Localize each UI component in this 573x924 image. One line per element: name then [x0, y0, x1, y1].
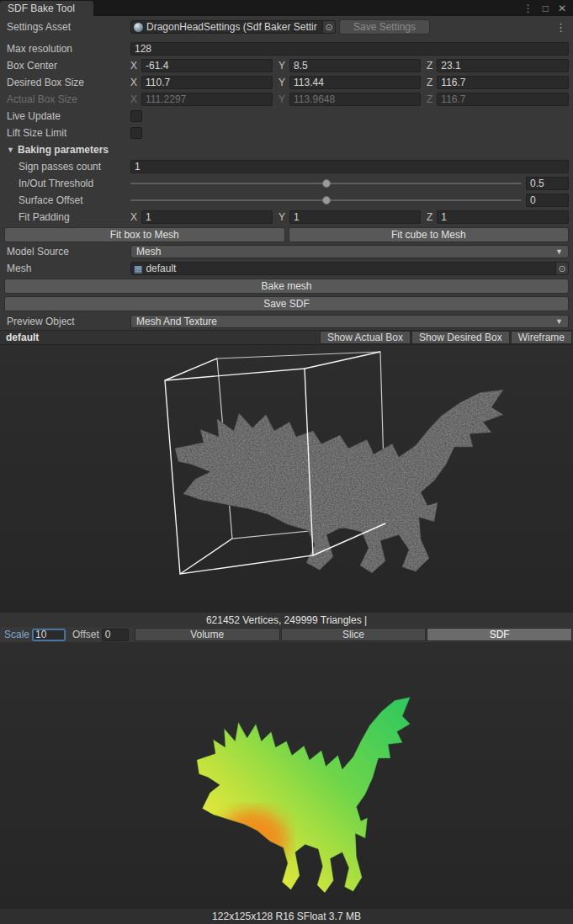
- fit-box-to-mesh-button[interactable]: Fit box to Mesh: [4, 227, 285, 242]
- mesh-field[interactable]: ▦ default ⊙: [130, 262, 569, 275]
- dropdown-arrow-icon: ▼: [555, 247, 563, 256]
- desired-box-size-x-input[interactable]: 110.7: [141, 76, 273, 89]
- preview-object-name: default: [6, 332, 39, 343]
- sdf-preview-svg: [0, 642, 573, 909]
- lift-size-limit-row: Lift Size Limit: [0, 125, 573, 141]
- preview-toolbar: default Show Actual Box Show Desired Box…: [0, 330, 573, 345]
- box-center-x-input[interactable]: -61.4: [141, 59, 273, 72]
- axis-z-label: Z: [427, 60, 432, 72]
- max-resolution-input[interactable]: 128: [130, 42, 569, 56]
- box-center-z-input[interactable]: 23.1: [437, 59, 569, 72]
- close-icon[interactable]: ✕: [558, 3, 566, 14]
- axis-y-label: Y: [279, 211, 285, 223]
- mesh-label: Mesh: [7, 263, 130, 274]
- surface-offset-input[interactable]: 0: [526, 194, 569, 207]
- axis-x-label: X: [130, 211, 137, 223]
- sdf-bake-tool-window: SDF Bake Tool ⋮ □ ✕ Settings Asset Drago…: [0, 0, 573, 924]
- settings-asset-icon: [134, 23, 143, 32]
- surface-offset-slider[interactable]: [130, 194, 522, 207]
- window-menu-icon[interactable]: ⋮: [523, 3, 533, 14]
- sdf-view-toolbar: Scale 10 Offset 0 Volume Slice SDF: [0, 627, 573, 642]
- sign-passes-count-input[interactable]: 1: [130, 160, 569, 173]
- preview-object-value: Mesh And Texture: [136, 316, 217, 327]
- model-source-value: Mesh: [136, 246, 161, 258]
- fit-buttons-row: Fit box to Mesh Fit cube to Mesh: [0, 226, 573, 243]
- slider-thumb[interactable]: [322, 196, 331, 204]
- window-controls: ⋮ □ ✕: [523, 0, 573, 16]
- save-sdf-row: Save SDF: [0, 295, 573, 312]
- baking-parameters-foldout[interactable]: ▼ Baking parameters: [0, 141, 573, 158]
- live-update-row: Live Update: [0, 108, 573, 125]
- box-center-label: Box Center: [7, 60, 130, 72]
- sign-passes-count-label: Sign passes count: [7, 161, 130, 173]
- settings-asset-label: Settings Asset: [7, 21, 130, 33]
- settings-asset-field[interactable]: DragonHeadSettings (Sdf Baker Settir ⊙: [130, 20, 336, 34]
- axis-z-label: Z: [427, 211, 432, 223]
- in-out-threshold-slider[interactable]: [130, 177, 522, 190]
- show-desired-box-button[interactable]: Show Desired Box: [411, 331, 510, 344]
- sdf-stats-bar: 122x125x128 R16 SFloat 3.7 MB: [0, 909, 573, 924]
- in-out-threshold-label: In/Out Threshold: [7, 178, 130, 189]
- save-sdf-button[interactable]: Save SDF: [4, 296, 569, 311]
- scale-input[interactable]: 10: [32, 629, 66, 641]
- mesh-preview-canvas[interactable]: [0, 345, 573, 613]
- axis-y-label: Y: [279, 77, 285, 88]
- fit-cube-to-mesh-button[interactable]: Fit cube to Mesh: [289, 227, 570, 242]
- fit-padding-z-input[interactable]: 1: [437, 210, 569, 224]
- actual-box-size-label: Actual Box Size: [7, 93, 130, 105]
- preview-object-dropdown[interactable]: Mesh And Texture ▼: [130, 315, 569, 328]
- in-out-threshold-row: In/Out Threshold 0.5: [0, 175, 573, 192]
- slider-thumb[interactable]: [322, 179, 331, 188]
- axis-z-label: Z: [427, 93, 432, 105]
- tab-slice[interactable]: Slice: [281, 628, 427, 641]
- settings-asset-row: Settings Asset DragonHeadSettings (Sdf B…: [0, 19, 573, 35]
- object-picker-icon[interactable]: ⊙: [555, 263, 568, 274]
- show-actual-box-button[interactable]: Show Actual Box: [320, 331, 411, 344]
- tab-volume[interactable]: Volume: [135, 628, 280, 641]
- surface-offset-row: Surface Offset 0: [0, 192, 573, 209]
- mesh-preview-svg: [0, 345, 573, 613]
- save-settings-button[interactable]: Save Settings: [339, 19, 430, 35]
- box-center-y-input[interactable]: 8.5: [289, 59, 421, 72]
- desired-box-size-z-input[interactable]: 116.7: [437, 76, 569, 89]
- bake-mesh-button[interactable]: Bake mesh: [4, 279, 569, 294]
- object-picker-icon[interactable]: ⊙: [322, 21, 335, 33]
- fit-padding-y-input[interactable]: 1: [289, 210, 421, 224]
- dragon-sdf: [168, 667, 446, 909]
- model-source-dropdown[interactable]: Mesh ▼: [130, 245, 569, 258]
- bake-mesh-row: Bake mesh: [0, 277, 573, 295]
- sdf-preview-canvas[interactable]: [0, 642, 573, 909]
- tab-sdf[interactable]: SDF: [427, 628, 572, 641]
- lift-size-limit-checkbox[interactable]: [130, 127, 142, 139]
- sign-passes-count-row: Sign passes count 1: [0, 158, 573, 175]
- offset-label: Offset: [72, 629, 99, 640]
- settings-context-menu-icon[interactable]: ⋮: [553, 21, 569, 34]
- box-center-row: Box Center X-61.4 Y8.5 Z23.1: [0, 57, 573, 74]
- inspector: Settings Asset DragonHeadSettings (Sdf B…: [0, 16, 573, 330]
- axis-z-label: Z: [427, 77, 432, 88]
- actual-box-size-x-value: 111.2297: [141, 93, 273, 106]
- mesh-value: default: [146, 263, 555, 274]
- surface-offset-label: Surface Offset: [7, 194, 130, 206]
- wireframe-button[interactable]: Wireframe: [511, 331, 572, 344]
- dragon-mesh: [175, 390, 503, 572]
- dropdown-arrow-icon: ▼: [555, 317, 563, 326]
- live-update-label: Live Update: [7, 110, 130, 122]
- fit-padding-row: Fit Padding X1 Y1 Z1: [0, 209, 573, 226]
- max-resolution-row: Max resolution 128: [0, 40, 573, 57]
- scale-label: Scale: [4, 629, 29, 640]
- preview-object-label: Preview Object: [7, 316, 130, 327]
- fit-padding-label: Fit Padding: [7, 211, 130, 223]
- desired-box-size-y-input[interactable]: 113.44: [289, 76, 421, 89]
- preview-object-row: Preview Object Mesh And Texture ▼: [0, 312, 573, 330]
- window-tab[interactable]: SDF Bake Tool: [0, 1, 93, 16]
- baking-parameters-label: Baking parameters: [18, 144, 109, 156]
- fit-padding-x-input[interactable]: 1: [141, 210, 273, 224]
- live-update-checkbox[interactable]: [130, 110, 142, 122]
- mesh-icon: ▦: [134, 263, 142, 274]
- in-out-threshold-input[interactable]: 0.5: [526, 177, 569, 190]
- mesh-stats-text: 621452 Vertices, 249999 Triangles |: [206, 614, 367, 626]
- offset-input[interactable]: 0: [102, 629, 129, 641]
- maximize-icon[interactable]: □: [543, 3, 549, 14]
- actual-box-size-z-value: 116.7: [437, 93, 569, 106]
